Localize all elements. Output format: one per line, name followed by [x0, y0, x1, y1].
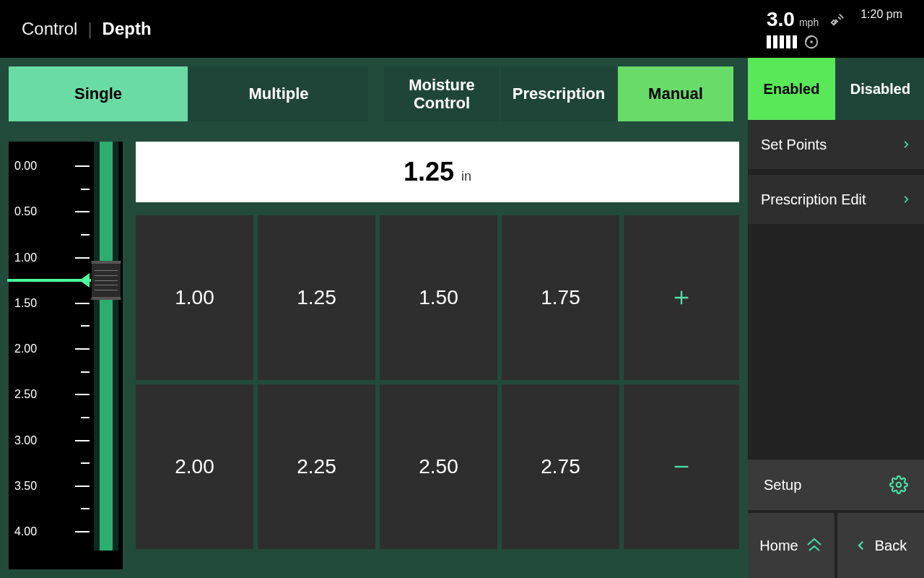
mode-tab-group: Moisture Control Prescription Manual [384, 66, 733, 121]
setup-label: Setup [764, 477, 801, 493]
speed-value: 3.0 [767, 8, 795, 31]
svg-point-3 [897, 483, 902, 488]
enabled-button[interactable]: Enabled [748, 58, 835, 120]
home-icon [806, 537, 823, 554]
right-panel: Enabled Disabled Set Points Prescription… [748, 58, 924, 578]
speed-block: 3.0 mph [767, 8, 846, 50]
gear-icon [889, 475, 908, 494]
tabs-row: Single Multiple Moisture Control Prescri… [9, 66, 739, 121]
increase-button[interactable] [624, 215, 739, 380]
back-label: Back [875, 538, 907, 554]
top-status-bar: Control | Depth 3.0 mph 1:20 pm [0, 0, 924, 58]
preset-button[interactable]: 1.25 [258, 215, 375, 380]
decrease-button[interactable] [624, 384, 739, 549]
back-button[interactable]: Back [837, 513, 924, 578]
satellite-icon [830, 12, 846, 27]
gauge-slider-handle[interactable] [91, 261, 121, 300]
minus-icon [671, 457, 692, 477]
preset-button[interactable]: 2.00 [136, 384, 253, 549]
gauge-tick-label: 2.00 [14, 342, 37, 355]
svg-rect-0 [832, 20, 836, 25]
breadcrumb-root: Control [22, 19, 77, 39]
tab-prescription[interactable]: Prescription [501, 66, 616, 121]
gauge-tick-label: 3.50 [14, 480, 37, 493]
current-depth-unit: in [461, 169, 471, 184]
gps-dish-icon [803, 34, 819, 50]
menu-prescription-edit[interactable]: Prescription Edit [748, 175, 924, 230]
enable-toggle: Enabled Disabled [748, 58, 924, 120]
disabled-button[interactable]: Disabled [837, 58, 924, 120]
preset-button[interactable]: 1.50 [380, 215, 497, 380]
home-label: Home [759, 538, 798, 554]
chevron-right-icon [901, 192, 911, 207]
view-tab-group: Single Multiple [9, 66, 368, 121]
home-button[interactable]: Home [748, 513, 834, 578]
gauge-tick-label: 1.50 [14, 297, 37, 310]
tab-moisture-control[interactable]: Moisture Control [384, 66, 500, 121]
menu-set-points[interactable]: Set Points [748, 120, 924, 175]
tab-manual[interactable]: Manual [618, 66, 733, 121]
depth-gauge[interactable]: 0.000.501.001.502.002.503.003.504.00 [9, 142, 123, 569]
breadcrumb-current: Depth [103, 19, 152, 39]
status-indicators: 3.0 mph 1:20 pm [767, 8, 902, 50]
setup-button[interactable]: Setup [748, 460, 924, 513]
clock: 1:20 pm [860, 8, 902, 21]
menu-prescription-edit-label: Prescription Edit [761, 191, 866, 208]
tab-single[interactable]: Single [9, 66, 188, 121]
preset-button[interactable]: 1.75 [502, 215, 619, 380]
gauge-tick-label: 0.50 [14, 205, 37, 218]
preset-button[interactable]: 2.50 [380, 384, 497, 549]
gauge-tick-label: 4.00 [14, 525, 37, 538]
breadcrumb: Control | Depth [22, 19, 152, 39]
speed-unit: mph [799, 17, 819, 28]
plus-icon [671, 288, 692, 308]
chevron-left-icon [855, 537, 868, 554]
preset-grid: 1.001.251.501.752.002.252.502.75 [136, 215, 619, 549]
chevron-right-icon [901, 137, 911, 152]
gauge-tick-label: 0.00 [14, 160, 37, 173]
tab-multiple[interactable]: Multiple [189, 66, 368, 121]
current-depth-value: 1.25 [404, 142, 454, 202]
signal-bars [767, 34, 819, 50]
current-depth-display[interactable]: 1.25 in [136, 142, 739, 202]
right-menu-list: Set Points Prescription Edit [748, 120, 924, 460]
gauge-tick-label: 2.50 [14, 388, 37, 401]
preset-button[interactable]: 1.00 [136, 215, 253, 380]
breadcrumb-separator: | [87, 19, 92, 39]
menu-set-points-label: Set Points [761, 137, 827, 153]
gauge-tick-label: 3.00 [14, 434, 37, 447]
preset-button[interactable]: 2.25 [258, 384, 375, 549]
gauge-tick-label: 1.00 [14, 251, 37, 264]
svg-point-2 [811, 41, 812, 43]
preset-button[interactable]: 2.75 [502, 384, 619, 549]
